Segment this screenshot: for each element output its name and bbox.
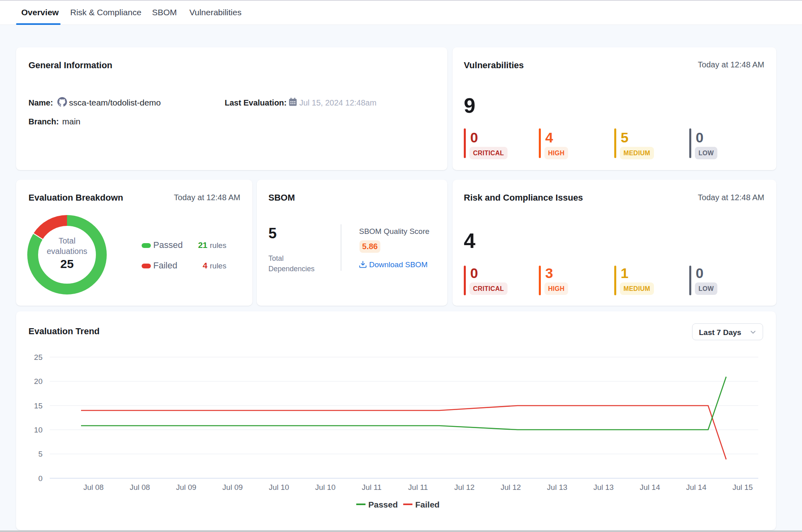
- svg-text:Jul 13: Jul 13: [593, 483, 614, 491]
- svg-text:0: 0: [38, 474, 43, 483]
- svg-text:Jul 12: Jul 12: [501, 483, 521, 491]
- svg-text:Jul 10: Jul 10: [269, 483, 289, 491]
- svg-text:Jul 10: Jul 10: [315, 483, 336, 491]
- svg-text:Jul 15: Jul 15: [733, 483, 753, 491]
- svg-text:Jul 11: Jul 11: [362, 483, 382, 491]
- svg-text:Jul 08: Jul 08: [130, 483, 150, 491]
- svg-text:Jul 13: Jul 13: [547, 483, 567, 491]
- svg-text:10: 10: [34, 426, 43, 434]
- svg-text:Jul 14: Jul 14: [640, 483, 660, 491]
- svg-text:Jul 11: Jul 11: [408, 483, 428, 491]
- svg-text:15: 15: [34, 402, 43, 410]
- svg-text:20: 20: [34, 377, 43, 386]
- svg-text:Jul 09: Jul 09: [222, 483, 243, 491]
- svg-text:Jul 14: Jul 14: [686, 483, 707, 491]
- svg-text:25: 25: [34, 353, 43, 361]
- svg-text:Jul 09: Jul 09: [176, 483, 197, 491]
- svg-text:5: 5: [38, 450, 43, 458]
- svg-text:Jul 12: Jul 12: [454, 483, 475, 491]
- svg-text:Jul 08: Jul 08: [83, 483, 104, 491]
